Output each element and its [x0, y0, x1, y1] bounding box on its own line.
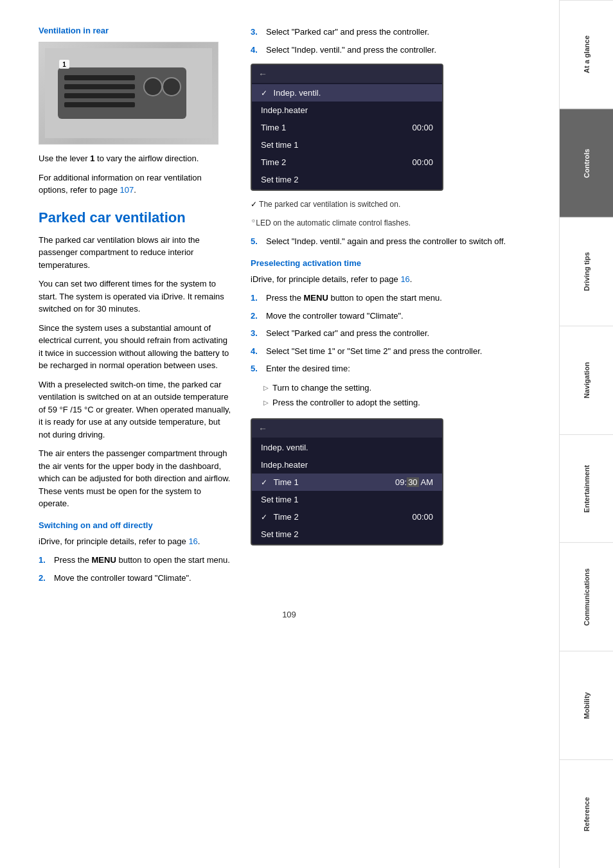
- idrive-menu-1: ← ✓ Indep. ventil. Indep.heater Time 1 0…: [251, 64, 443, 191]
- idrive-row-time-5: 00:00: [412, 157, 433, 167]
- pre-step-num-5: 5.: [251, 362, 261, 375]
- idrive-row-label-5: Time 2: [261, 157, 286, 167]
- preselecting-idrive-ref: iDrive, for principle details, refer to …: [251, 273, 540, 286]
- idrive-row2-label-3: ✓ Time 1: [261, 477, 299, 487]
- parked-para3: Since the system uses a substantial amou…: [39, 322, 231, 372]
- sidebar-tab-controls[interactable]: Controls: [560, 109, 613, 217]
- step-4a: 4. Select "Indep. ventil." and press the…: [251, 44, 540, 57]
- idrive-row2-indep-ventil: Indep. ventil.: [252, 439, 442, 456]
- pre-step-num-4: 4.: [251, 345, 261, 358]
- step-text-1a: Press the MENU button to open the start …: [54, 554, 230, 567]
- idrive-note-1: ✓ The parked car ventilation is switched…: [251, 199, 540, 210]
- idrive-row2-label-4: Set time 1: [261, 495, 299, 504]
- step-num-2a: 2.: [39, 572, 49, 585]
- parked-para5: The air enters the passenger compartment…: [39, 447, 231, 510]
- step-text-5a: Select "Indep. ventil." again and press …: [266, 235, 506, 248]
- parked-car-heading: Parked car ventilation: [39, 209, 231, 226]
- sidebar-tab-communications[interactable]: Communications: [560, 542, 613, 651]
- idrive-row-label-6: Set time 2: [261, 175, 299, 184]
- svg-point-7: [163, 78, 181, 96]
- step5-list: 5. Select "Indep. ventil." again and pre…: [251, 235, 540, 248]
- idrive-row2-set-time1: Set time 1: [252, 491, 442, 508]
- pre-step-text-4: Select "Set time 1" or "Set time 2" and …: [266, 345, 482, 358]
- right-column: 3. Select "Parked car" and press the con…: [251, 26, 540, 590]
- idrive-row2-label-6: Set time 2: [261, 529, 299, 539]
- right-steps-switch: 3. Select "Parked car" and press the con…: [251, 26, 540, 56]
- step-num-4a: 4.: [251, 44, 261, 57]
- idrive-row-indep-heater: Indep.heater: [252, 102, 442, 119]
- idrive-rows-2: Indep. ventil. Indep.heater ✓ Time 1 09:…: [252, 438, 442, 544]
- left-column: Ventilation in rear: [39, 26, 231, 590]
- pre-step-3: 3. Select "Parked car" and press the con…: [251, 327, 540, 340]
- page-ref-16b[interactable]: 16: [400, 274, 409, 284]
- pre-step-num-3: 3.: [251, 327, 261, 340]
- sub-bullet-2: ▷ Press the controller to adopt the sett…: [263, 396, 540, 409]
- step-1a: 1. Press the MENU button to open the sta…: [39, 554, 231, 567]
- step-num-3a: 3.: [251, 26, 261, 39]
- idrive-header-1: ←: [252, 65, 442, 83]
- switching-on-heading: Switching on and off directly: [39, 520, 231, 530]
- svg-rect-4: [64, 93, 135, 98]
- idrive-row2-label-2: Indep.heater: [261, 460, 308, 470]
- switching-steps: 1. Press the MENU button to open the sta…: [39, 554, 231, 584]
- svg-text:1: 1: [62, 61, 66, 68]
- switching-idrive-ref: iDrive, for principle details, refer to …: [39, 535, 231, 548]
- idrive-row-label-1: ✓ Indep. ventil.: [261, 88, 321, 98]
- main-content: Ventilation in rear: [0, 0, 559, 868]
- pre-step-num-2: 2.: [251, 310, 261, 323]
- pre-step-4: 4. Select "Set time 1" or "Set time 2" a…: [251, 345, 540, 358]
- step-text-3a: Select "Parked car" and press the contro…: [266, 26, 429, 39]
- pre-step-text-1: Press the MENU button to open the start …: [266, 292, 442, 305]
- idrive-row2-time2: ✓ Time 2 00:00: [252, 508, 442, 526]
- page-ref-107[interactable]: 107: [120, 185, 134, 195]
- ventilation-rear-heading: Ventilation in rear: [39, 26, 231, 35]
- step-5a: 5. Select "Indep. ventil." again and pre…: [251, 235, 540, 248]
- idrive-row2-indep-heater: Indep.heater: [252, 456, 442, 474]
- idrive-row2-time-3: 09:30 AM: [395, 477, 433, 487]
- step-text-2a: Move the controller toward "Climate".: [54, 572, 191, 585]
- sidebar-tab-navigation[interactable]: Navigation: [560, 326, 613, 434]
- sidebar-tab-at-a-glance[interactable]: At a glance: [560, 0, 613, 109]
- idrive-menu-2: ← Indep. ventil. Indep.heater ✓ Time 1 0…: [251, 418, 443, 545]
- idrive-note-2: ☼LED on the automatic climate control fl…: [251, 217, 540, 229]
- pre-step-num-1: 1.: [251, 292, 261, 305]
- back-icon-2: ←: [258, 423, 267, 434]
- idrive-header-2: ←: [252, 420, 442, 438]
- sidebar-tab-mobility[interactable]: Mobility: [560, 651, 613, 759]
- idrive-row-label-4: Set time 1: [261, 140, 299, 150]
- pre-step-text-2: Move the controller toward "Climate".: [266, 310, 404, 323]
- svg-rect-2: [64, 75, 135, 80]
- led-icon: ☼: [251, 217, 256, 224]
- sub-bullet-text-1: Turn to change the setting.: [272, 382, 371, 394]
- sub-bullet-1: ▷ Turn to change the setting.: [263, 382, 540, 394]
- idrive-row-label-3: Time 1: [261, 123, 286, 132]
- preselecting-steps: 1. Press the MENU button to open the sta…: [251, 292, 540, 375]
- triangle-icon-2: ▷: [263, 398, 269, 409]
- page-number: 109: [39, 610, 540, 619]
- step-2a: 2. Move the controller toward "Climate".: [39, 572, 231, 585]
- back-icon-1: ←: [258, 69, 267, 79]
- triangle-icon-1: ▷: [263, 383, 269, 394]
- sidebar-tab-driving-tips[interactable]: Driving tips: [560, 217, 613, 326]
- pre-step-2: 2. Move the controller toward "Climate".: [251, 310, 540, 323]
- svg-rect-3: [64, 84, 135, 89]
- check-icon-1: ✓: [251, 200, 257, 209]
- page-ref-16a[interactable]: 16: [188, 536, 197, 546]
- idrive-row2-time1: ✓ Time 1 09:30 AM: [252, 474, 442, 491]
- idrive-row2-time-5: 00:00: [412, 512, 433, 522]
- idrive-row-set-time2: Set time 2: [252, 171, 442, 188]
- step-num-5a: 5.: [251, 235, 261, 248]
- parked-para1: The parked car ventilation blows air int…: [39, 234, 231, 272]
- preselecting-heading: Preselecting activation time: [251, 258, 540, 268]
- step-num-1a: 1.: [39, 554, 49, 567]
- sidebar-tab-reference[interactable]: Reference: [560, 759, 613, 868]
- idrive-row-set-time1: Set time 1: [252, 136, 442, 154]
- pre-step-1: 1. Press the MENU button to open the sta…: [251, 292, 540, 305]
- idrive-row-time1: Time 1 00:00: [252, 119, 442, 136]
- pre-step-5: 5. Enter the desired time:: [251, 362, 540, 375]
- step-3a: 3. Select "Parked car" and press the con…: [251, 26, 540, 39]
- sidebar-tab-entertainment[interactable]: Entertainment: [560, 434, 613, 543]
- svg-point-6: [144, 78, 162, 96]
- pre-step-text-5: Enter the desired time:: [266, 362, 350, 375]
- idrive-rows-1: ✓ Indep. ventil. Indep.heater Time 1 00:…: [252, 83, 442, 190]
